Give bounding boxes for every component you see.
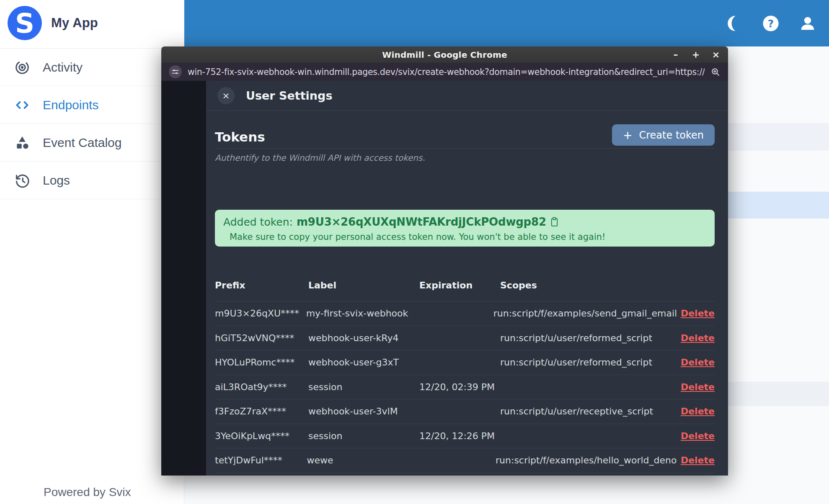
- top-header-bar: ?: [184, 0, 829, 46]
- tokens-table-body: m9U3×26qXU**** my-first-svix-webhook run…: [215, 301, 715, 476]
- token-scopes-cell: run:script/u/user/reformed_script: [500, 357, 676, 368]
- code-brackets-icon: [14, 97, 30, 113]
- delete-token-link[interactable]: Delete: [681, 455, 715, 465]
- close-window-button[interactable]: ×: [710, 50, 721, 59]
- plus-icon: +: [623, 129, 633, 141]
- token-prefix-cell: f3FzoZ7raX****: [215, 406, 308, 417]
- sidebar-item-endpoints[interactable]: Endpoints: [0, 86, 184, 124]
- token-label-cell: webhook-user-kRy4: [308, 333, 419, 343]
- table-row: aiL3ROat9y**** session 12/20, 02:39 PM D…: [215, 375, 715, 400]
- added-token-label: Added token:: [223, 216, 293, 228]
- svg-text:?: ?: [768, 17, 774, 29]
- token-prefix-cell: m9U3×26qXU****: [215, 308, 306, 319]
- sidebar-item-label: Endpoints: [43, 98, 98, 112]
- sidebar-item-label: Logs: [43, 173, 70, 188]
- table-row: uLdBztSPA8**** External Tool Token Delet…: [215, 473, 715, 476]
- table-row: m9U3×26qXU**** my-first-svix-webhook run…: [215, 301, 715, 326]
- token-prefix-cell: tetYjDwFul****: [215, 455, 307, 465]
- delete-token-link[interactable]: Delete: [681, 308, 715, 319]
- token-scopes-cell: run:script/f/examples/hello_world_deno: [496, 455, 677, 465]
- site-settings-icon[interactable]: [169, 65, 182, 78]
- token-scopes-cell: run:script/u/user/reformed_script: [500, 333, 676, 343]
- tokens-table: Prefix Label Expiration Scopes m9U3×26qX…: [215, 275, 715, 476]
- token-label-cell: wewe: [307, 455, 416, 465]
- token-warning-note: Make sure to copy your personal access t…: [230, 232, 706, 242]
- shapes-icon: [14, 135, 30, 151]
- table-row: 3YeOiKpLwq**** session 12/20, 12:26 PM D…: [215, 424, 715, 449]
- delete-token-link[interactable]: Delete: [681, 431, 715, 441]
- sidebar-item-label: Activity: [43, 60, 83, 75]
- token-prefix-cell: HYOLuPRomc****: [215, 357, 308, 368]
- window-title: Windmill - Google Chrome: [382, 50, 507, 60]
- chrome-window: Windmill - Google Chrome – + × win-752-f…: [161, 46, 728, 476]
- delete-token-link[interactable]: Delete: [681, 406, 715, 417]
- token-scopes-cell: run:script/f/examples/send_gmail_email: [493, 308, 677, 319]
- app-brand: S My App: [8, 6, 98, 40]
- maximize-button[interactable]: +: [690, 50, 701, 59]
- token-expiration-cell: 12/20, 12:26 PM: [419, 431, 500, 441]
- browser-viewport: × User Settings Tokens + Create token Au…: [161, 81, 728, 476]
- create-token-label: Create token: [639, 129, 704, 141]
- token-prefix-cell: hGiT52wVNQ****: [215, 333, 308, 343]
- column-header-label: Label: [308, 280, 419, 291]
- svg-text:S: S: [15, 8, 34, 39]
- svix-logo-icon: S: [8, 6, 42, 40]
- url-bar[interactable]: win-752-fix-svix-webhook-win.windmill.pa…: [161, 63, 728, 81]
- user-settings-modal: × User Settings Tokens + Create token Au…: [206, 81, 728, 476]
- app-title: My App: [51, 15, 98, 31]
- token-label-cell: webhook-user-g3xT: [308, 357, 419, 368]
- tokens-heading: Tokens: [215, 129, 265, 144]
- tokens-table-header: Prefix Label Expiration Scopes: [215, 275, 715, 295]
- page-dim-overlay: [161, 81, 206, 476]
- modal-header: × User Settings: [206, 81, 728, 111]
- copy-clipboard-icon[interactable]: [550, 217, 559, 227]
- sidebar-item-event-catalog[interactable]: Event Catalog: [0, 124, 184, 162]
- table-row: tetYjDwFul**** wewe run:script/f/example…: [215, 448, 715, 473]
- modal-body: Tokens + Create token Authentify to the …: [215, 111, 715, 163]
- modal-title: User Settings: [246, 89, 332, 102]
- table-row: f3FzoZ7raX**** webhook-user-3vlM run:scr…: [215, 399, 715, 424]
- help-icon[interactable]: ?: [761, 14, 780, 33]
- close-icon[interactable]: ×: [217, 87, 235, 104]
- delete-token-link[interactable]: Delete: [681, 333, 715, 343]
- url-input[interactable]: win-752-fix-svix-webhook-win.windmill.pa…: [188, 67, 705, 77]
- token-label-cell: webhook-user-3vlM: [308, 406, 419, 417]
- token-prefix-cell: aiL3ROat9y****: [215, 382, 308, 392]
- token-success-banner: Added token: m9U3×26qXUXqNWtFAKrdjJCkPOd…: [215, 210, 715, 247]
- sidebar-item-logs[interactable]: Logs: [0, 162, 184, 199]
- delete-token-link[interactable]: Delete: [681, 357, 715, 368]
- token-label-cell: my-first-svix-webhook: [306, 308, 415, 319]
- minimize-button[interactable]: –: [670, 50, 681, 59]
- column-header-expiration: Expiration: [419, 280, 500, 291]
- powered-by-svix: Powered by Svix: [44, 486, 131, 499]
- tokens-subtitle: Authentify to the Windmill API with acce…: [215, 153, 715, 163]
- sidebar-item-activity[interactable]: Activity: [0, 49, 184, 86]
- delete-token-link[interactable]: Delete: [681, 382, 715, 392]
- user-icon[interactable]: [798, 14, 817, 33]
- table-row: HYOLuPRomc**** webhook-user-g3xT run:scr…: [215, 350, 715, 375]
- window-titlebar[interactable]: Windmill - Google Chrome – + ×: [161, 46, 728, 63]
- sidebar-item-label: Event Catalog: [43, 136, 121, 150]
- activity-disc-icon: [14, 59, 30, 75]
- column-header-prefix: Prefix: [215, 280, 308, 291]
- column-header-scopes: Scopes: [500, 280, 676, 291]
- table-row: hGiT52wVNQ**** webhook-user-kRy4 run:scr…: [215, 326, 715, 351]
- sidebar-nav: Activity Endpoints Event Catalog Logs: [0, 49, 184, 199]
- token-label-cell: session: [308, 382, 419, 392]
- svix-sidebar: S My App Activity Endpoints Event: [0, 0, 184, 504]
- history-icon: [14, 172, 30, 188]
- token-label-cell: session: [308, 431, 419, 441]
- token-value: m9U3×26qXUXqNWtFAKrdjJCkPOdwgp82: [297, 216, 546, 228]
- zoom-magnifier-icon[interactable]: [710, 67, 721, 77]
- create-token-button[interactable]: + Create token: [612, 124, 715, 146]
- token-expiration-cell: 12/20, 02:39 PM: [419, 382, 500, 392]
- token-prefix-cell: 3YeOiKpLwq****: [215, 431, 308, 441]
- dark-mode-moon-icon[interactable]: [724, 14, 744, 33]
- token-scopes-cell: run:script/u/user/receptive_script: [500, 406, 676, 417]
